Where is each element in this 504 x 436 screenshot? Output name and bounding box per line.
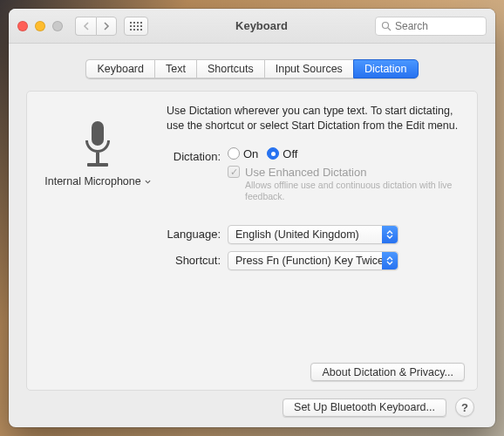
svg-rect-10 [137, 29, 139, 31]
traffic-lights [17, 21, 63, 31]
enhanced-dictation-group: ✓ Use Enhanced Dictation Allows offline … [228, 166, 463, 202]
shortcut-value: Press Fn (Function) Key Twice [235, 255, 384, 267]
chevron-down-icon [145, 180, 151, 184]
segmented-tabs: Keyboard Text Shortcuts Input Sources Di… [85, 59, 418, 78]
microphone-source-dropdown[interactable]: Internal Microphone [44, 175, 150, 187]
forward-button[interactable] [96, 17, 117, 36]
svg-rect-11 [140, 29, 142, 31]
language-row: Language: English (United Kingdom) [167, 225, 463, 244]
show-all-button[interactable] [124, 17, 148, 36]
language-label: Language: [167, 225, 228, 241]
shortcut-select[interactable]: Press Fn (Function) Key Twice [228, 251, 398, 270]
about-dictation-button[interactable]: About Dictation & Privacy... [310, 363, 465, 381]
enhanced-dictation-description: Allows offline use and continuous dictat… [245, 180, 463, 202]
content-area: Keyboard Text Shortcuts Input Sources Di… [9, 44, 495, 427]
svg-rect-0 [130, 22, 132, 24]
language-value: English (United Kingdom) [235, 228, 359, 241]
tab-dictation[interactable]: Dictation [353, 59, 419, 78]
radio-off-indicator [267, 147, 279, 160]
search-icon [381, 21, 392, 31]
svg-rect-3 [140, 22, 142, 24]
svg-rect-6 [137, 25, 139, 27]
tab-input-sources[interactable]: Input Sources [264, 59, 353, 78]
radio-on[interactable]: On [228, 147, 258, 160]
svg-rect-14 [92, 121, 104, 146]
window-footer: Set Up Bluetooth Keyboard... ? [26, 391, 478, 417]
radio-off[interactable]: Off [267, 147, 297, 160]
microphone-source-label: Internal Microphone [44, 175, 140, 187]
titlebar: Keyboard [9, 9, 495, 44]
svg-rect-16 [87, 163, 108, 167]
tab-shortcuts[interactable]: Shortcuts [196, 59, 264, 78]
svg-line-13 [388, 28, 391, 31]
panel-footer: About Dictation & Privacy... [310, 363, 465, 381]
tab-bar: Keyboard Text Shortcuts Input Sources Di… [26, 59, 478, 78]
shortcut-label: Shortcut: [167, 251, 228, 267]
shortcut-row: Shortcut: Press Fn (Function) Key Twice [167, 251, 463, 270]
dictation-panel: Internal Microphone Use Dictation wherev… [26, 91, 478, 391]
radio-on-indicator [228, 147, 240, 160]
microphone-column: Internal Microphone [41, 104, 154, 379]
svg-rect-8 [130, 29, 132, 31]
tab-text[interactable]: Text [154, 59, 196, 78]
grid-icon [130, 22, 142, 31]
select-arrows-icon [382, 252, 398, 269]
minimize-window-button[interactable] [35, 21, 45, 31]
chevron-left-icon [83, 22, 90, 31]
zoom-window-button[interactable] [52, 21, 63, 31]
search-input[interactable] [395, 20, 480, 32]
svg-rect-2 [137, 22, 139, 24]
back-button[interactable] [75, 17, 96, 36]
svg-rect-4 [130, 25, 132, 27]
preferences-window: Keyboard Keyboard Text Shortcuts Input S… [9, 9, 495, 427]
intro-text: Use Dictation wherever you can type text… [167, 104, 463, 133]
svg-point-12 [383, 22, 389, 28]
dictation-radio-group: On Off [228, 147, 463, 160]
radio-off-label: Off [283, 147, 297, 160]
svg-rect-7 [140, 25, 142, 27]
help-button[interactable]: ? [455, 398, 474, 417]
chevron-right-icon [103, 22, 110, 31]
close-window-button[interactable] [17, 21, 28, 31]
select-arrows-icon [382, 226, 398, 243]
svg-rect-5 [133, 25, 135, 27]
dictation-label: Dictation: [167, 147, 228, 163]
svg-rect-15 [96, 153, 99, 163]
enhanced-dictation-checkbox[interactable]: ✓ [228, 166, 240, 178]
tab-keyboard[interactable]: Keyboard [85, 59, 154, 78]
settings-column: Use Dictation wherever you can type text… [167, 104, 463, 379]
search-field[interactable] [375, 17, 487, 36]
svg-rect-9 [133, 29, 135, 31]
enhanced-dictation-label: Use Enhanced Dictation [245, 166, 366, 179]
dictation-toggle-row: Dictation: On Off [167, 147, 463, 202]
svg-rect-1 [133, 22, 135, 24]
language-select[interactable]: English (United Kingdom) [228, 225, 398, 244]
microphone-icon [77, 119, 119, 172]
window-title: Keyboard [155, 19, 368, 32]
nav-buttons [75, 17, 117, 36]
radio-on-label: On [243, 147, 258, 160]
setup-bluetooth-button[interactable]: Set Up Bluetooth Keyboard... [283, 399, 446, 417]
